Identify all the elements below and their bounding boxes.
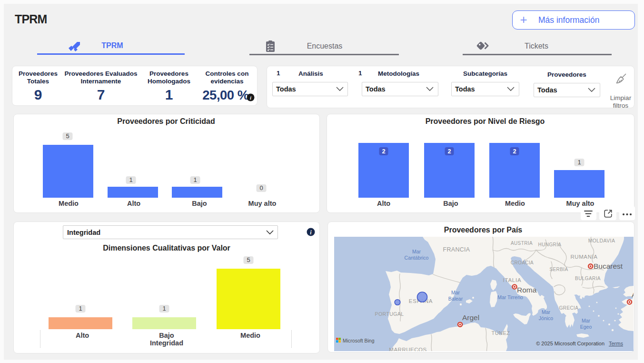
- svg-text:Mar: Mar: [582, 318, 591, 323]
- svg-text:A: A: [632, 291, 634, 299]
- svg-text:FRANCIA: FRANCIA: [443, 246, 470, 253]
- svg-text:GRECIA: GRECIA: [559, 305, 579, 311]
- svg-text:MOLDAVIA: MOLDAVIA: [588, 238, 615, 243]
- svg-text:Argel: Argel: [462, 313, 479, 322]
- svg-text:Microsoft Bing: Microsoft Bing: [343, 338, 375, 343]
- svg-text:Mar: Mar: [542, 309, 551, 315]
- svg-text:RUMANÍA: RUMANÍA: [570, 254, 597, 260]
- svg-text:PORTUGAL: PORTUGAL: [375, 311, 404, 317]
- svg-text:© 2025 Microsoft Corporation: © 2025 Microsoft Corporation: [536, 341, 604, 346]
- svg-text:Jónico: Jónico: [539, 315, 554, 321]
- svg-text:Bucarest: Bucarest: [594, 262, 623, 270]
- svg-text:Balear: Balear: [448, 296, 463, 302]
- svg-text:CROACIA: CROACIA: [511, 260, 534, 265]
- svg-text:HUNGRÍA: HUNGRÍA: [538, 242, 562, 247]
- svg-text:BULGARIA: BULGARIA: [575, 276, 601, 281]
- svg-text:Roma: Roma: [517, 286, 537, 294]
- svg-text:MARRUECOS: MARRUECOS: [389, 347, 426, 351]
- svg-text:Egeo: Egeo: [580, 324, 592, 330]
- svg-text:Terms: Terms: [609, 341, 623, 346]
- svg-text:Mar: Mar: [412, 249, 421, 254]
- svg-text:Mar Tirreno: Mar Tirreno: [497, 294, 523, 300]
- svg-text:ITALIA: ITALIA: [503, 277, 521, 283]
- svg-text:Mar: Mar: [451, 290, 460, 295]
- svg-text:AUSTRIA: AUSTRIA: [511, 241, 533, 246]
- svg-text:Cantábrico: Cantábrico: [405, 255, 429, 261]
- svg-text:SERBIA: SERBIA: [549, 267, 568, 272]
- svg-text:TÚNEZ: TÚNEZ: [491, 330, 510, 336]
